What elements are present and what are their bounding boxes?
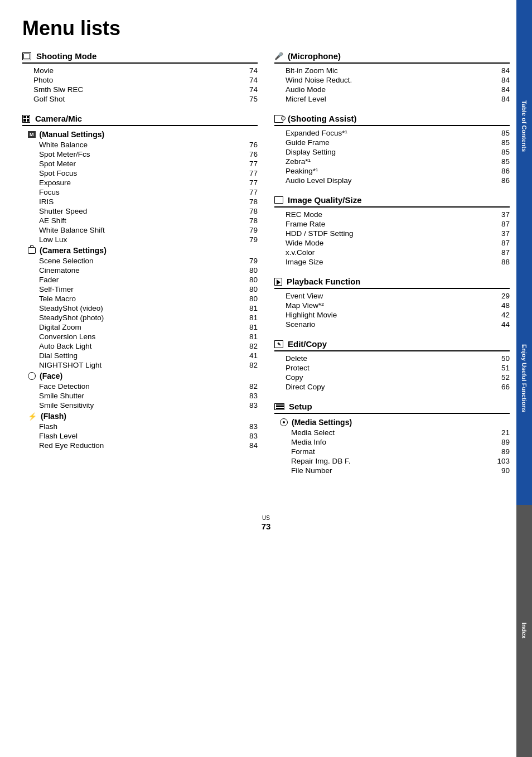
item-page: 37 bbox=[493, 229, 510, 238]
face-header: (Face) bbox=[22, 370, 258, 382]
item-page: 88 bbox=[493, 258, 510, 266]
camera-settings-header: (Camera Settings) bbox=[22, 244, 258, 256]
item-label: Scene Selection bbox=[39, 257, 94, 265]
item-page: 82 bbox=[241, 361, 258, 369]
item-label: Guide Frame bbox=[286, 138, 330, 147]
list-item: Digital Zoom81 bbox=[22, 322, 258, 332]
section-setup: Setup (Media Settings) Media Select21Med… bbox=[274, 402, 510, 475]
list-item: Zebra*¹85 bbox=[274, 157, 510, 166]
item-label: SteadyShot (video) bbox=[39, 304, 103, 312]
section-shooting-assist: (Shooting Assist) Expanded Focus*¹85Guid… bbox=[274, 114, 510, 185]
camera-settings-label: (Camera Settings) bbox=[40, 246, 107, 255]
list-item: Golf Shot75 bbox=[22, 94, 258, 104]
item-page: 79 bbox=[241, 226, 258, 234]
item-page: 87 bbox=[493, 220, 510, 228]
list-item: Cinematone80 bbox=[22, 266, 258, 275]
tab-index[interactable]: Index bbox=[516, 505, 532, 757]
item-page: 79 bbox=[241, 235, 258, 244]
item-label: Protect bbox=[286, 364, 309, 372]
item-page: 78 bbox=[241, 216, 258, 225]
right-column: 🎤 (Microphone) Blt-in Zoom Mic84Wind Noi… bbox=[274, 51, 510, 485]
item-page: 81 bbox=[241, 304, 258, 312]
tab-enjoy[interactable]: Enjoy Useful Functions bbox=[516, 252, 532, 504]
item-page: 82 bbox=[241, 382, 258, 390]
list-item: AE Shift78 bbox=[22, 216, 258, 225]
list-item: Direct Copy66 bbox=[274, 382, 510, 392]
list-item: Scenario44 bbox=[274, 320, 510, 329]
item-label: Spot Meter/Fcs bbox=[39, 150, 90, 158]
list-item: Expanded Focus*¹85 bbox=[274, 128, 510, 138]
list-item: Guide Frame85 bbox=[274, 138, 510, 147]
list-item: Flash83 bbox=[22, 422, 258, 431]
item-label: Micref Level bbox=[286, 95, 326, 103]
item-page: 52 bbox=[493, 373, 510, 382]
item-label: Spot Meter bbox=[39, 160, 76, 168]
media-settings-icon bbox=[280, 418, 288, 426]
list-item: HDD / STDF Setting37 bbox=[274, 229, 510, 238]
item-label: Copy bbox=[286, 373, 303, 382]
item-label: Format bbox=[291, 447, 315, 456]
manual-settings-icon: M bbox=[28, 131, 36, 138]
list-item: Audio Level Display86 bbox=[274, 176, 510, 185]
manual-settings-items: White Balance76Spot Meter/Fcs76Spot Mete… bbox=[22, 140, 258, 244]
list-item: Flash Level83 bbox=[22, 431, 258, 441]
section-image-quality: Image Quality/Size REC Mode37Frame Rate8… bbox=[274, 195, 510, 267]
list-item: Highlight Movie42 bbox=[274, 310, 510, 320]
section-header-playback: Playback Function bbox=[274, 277, 510, 289]
item-page: 90 bbox=[493, 466, 510, 475]
item-page: 77 bbox=[241, 160, 258, 168]
item-page: 89 bbox=[493, 438, 510, 446]
item-page: 29 bbox=[493, 292, 510, 300]
item-label: Spot Focus bbox=[39, 169, 77, 177]
list-item: Exposure77 bbox=[22, 178, 258, 187]
list-item: Delete50 bbox=[274, 354, 510, 363]
item-label: Media Info bbox=[291, 438, 326, 446]
item-label: Zebra*¹ bbox=[286, 157, 311, 166]
item-label: White Balance Shift bbox=[39, 226, 105, 234]
item-page: 84 bbox=[493, 85, 510, 94]
flash-label: (Flash) bbox=[41, 412, 66, 421]
item-label: Peaking*¹ bbox=[286, 167, 318, 175]
playback-label: Playback Function bbox=[287, 277, 361, 286]
tab-toc[interactable]: Table of Contents bbox=[516, 0, 532, 252]
page-footer: US 73 bbox=[0, 508, 532, 537]
face-icon bbox=[28, 372, 36, 380]
item-label: Repair Img. DB F. bbox=[291, 457, 351, 465]
item-page: 81 bbox=[241, 314, 258, 322]
item-label: Low Lux bbox=[39, 235, 67, 244]
manual-settings-label: (Manual Settings) bbox=[40, 130, 105, 139]
list-item: Photo74 bbox=[22, 75, 258, 85]
item-label: Conversion Lens bbox=[39, 332, 95, 341]
page-number: 73 bbox=[262, 522, 271, 531]
playback-icon bbox=[274, 278, 282, 286]
item-page: 82 bbox=[241, 342, 258, 350]
item-page: 42 bbox=[493, 311, 510, 319]
list-item: Movie74 bbox=[22, 66, 258, 75]
list-item: Copy52 bbox=[274, 373, 510, 382]
list-item: Smile Sensitivity83 bbox=[22, 401, 258, 410]
item-page: 83 bbox=[241, 422, 258, 431]
item-label: SteadyShot (photo) bbox=[39, 314, 104, 322]
item-label: Event View bbox=[286, 292, 323, 300]
shooting-assist-label: (Shooting Assist) bbox=[288, 114, 357, 123]
list-item: Event View29 bbox=[274, 291, 510, 301]
section-header-image-quality: Image Quality/Size bbox=[274, 195, 510, 208]
list-item: Display Setting85 bbox=[274, 147, 510, 157]
list-item: File Number90 bbox=[274, 466, 510, 475]
item-page: 81 bbox=[241, 332, 258, 341]
item-label: Digital Zoom bbox=[39, 323, 81, 331]
item-label: Image Size bbox=[286, 258, 323, 266]
item-page: 77 bbox=[241, 169, 258, 177]
item-label: Wind Noise Reduct. bbox=[286, 76, 352, 84]
item-label: x.v.Color bbox=[286, 248, 315, 257]
list-item: Audio Mode84 bbox=[274, 85, 510, 94]
list-item: White Balance76 bbox=[22, 140, 258, 150]
setup-label: Setup bbox=[289, 402, 312, 411]
item-page: 84 bbox=[241, 441, 258, 450]
list-item: Peaking*¹86 bbox=[274, 166, 510, 176]
item-page: 83 bbox=[241, 392, 258, 400]
item-label: Blt-in Zoom Mic bbox=[286, 66, 338, 75]
main-content: Shooting Mode Movie74Photo74Smth Slw REC… bbox=[0, 46, 532, 508]
list-item: Red Eye Reduction84 bbox=[22, 441, 258, 450]
item-label: Shutter Speed bbox=[39, 207, 87, 215]
